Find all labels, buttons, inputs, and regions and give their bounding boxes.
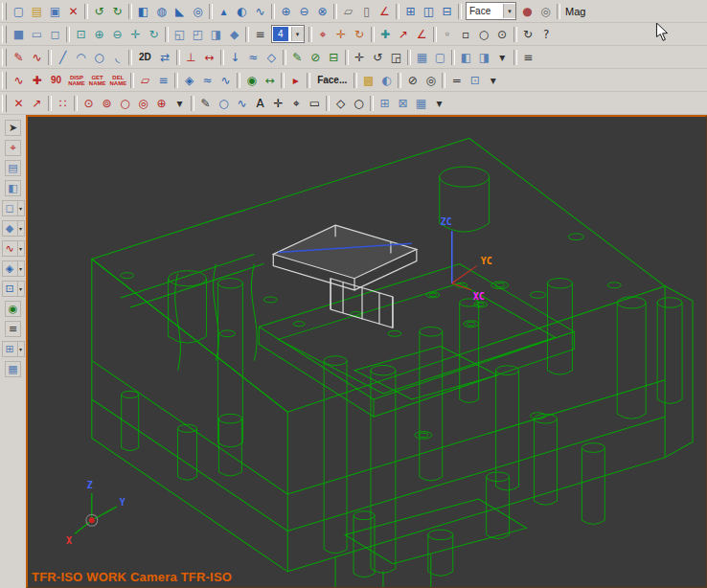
pencil-icon[interactable]: ✎ [196,94,215,112]
right-view-icon[interactable]: ◨ [207,25,225,43]
save-part-icon[interactable]: ▣ [46,2,64,20]
select-filter-icon[interactable]: ➤ [5,120,21,136]
face-filter-combo[interactable]: Face▾ [466,2,516,20]
circle-icon[interactable]: ○ [90,48,108,66]
toolbox-icon-arrow-icon[interactable]: ▾ [18,341,25,357]
polygon-tool-icon[interactable]: ◇ [331,94,350,112]
angle-90-button[interactable]: 90 [47,72,65,89]
surface-tools-icon[interactable]: ◈ [2,260,18,277]
dimension-icon[interactable]: ↔ [200,48,218,66]
ellipse-icon[interactable]: ○ [215,94,233,112]
move-object-icon[interactable]: ✛ [351,48,369,66]
target-point-icon[interactable]: ⌖ [287,94,306,112]
arc-icon[interactable]: ◠ [72,48,90,66]
info-window-icon[interactable]: ≡ [5,321,21,337]
circle-3pt-icon[interactable]: ○ [116,94,134,112]
fit-view-icon[interactable]: ⊡ [72,25,90,43]
wcs-rotate-icon[interactable]: ↻ [351,25,369,43]
through-curves-icon[interactable]: ≈ [198,71,217,89]
concentric-circle-icon[interactable]: ◎ [134,94,152,112]
toolbar-grip[interactable] [2,72,7,89]
wcs-triad[interactable]: ZC YC XC [441,216,492,302]
swept-surface-icon[interactable]: ∿ [217,71,235,89]
views-icon[interactable]: ◧ [5,180,21,196]
face-analysis-button[interactable]: Face... [313,72,351,89]
analysis-tools-icon[interactable]: ◉ [5,301,21,317]
offset-curve-icon[interactable]: ≈ [244,48,262,66]
snap-mid-icon[interactable]: ▫ [457,25,475,43]
revolve-icon[interactable]: ◐ [233,2,251,20]
constraints-icon[interactable]: ⊥ [182,48,200,66]
wireframe-view-icon[interactable]: ▭ [28,25,46,43]
rectangle-tool-icon[interactable]: ▭ [306,94,324,112]
project-curve-icon[interactable]: ↓ [226,48,244,66]
cavity-insert-wireframe[interactable] [273,225,417,328]
sketch-curve-icon[interactable]: ∿ [28,48,46,66]
sphere-feature-icon[interactable]: ◎ [189,2,207,20]
annotation-icon[interactable]: ≡ [154,71,172,89]
macro-icon[interactable]: ⊡ [466,71,484,89]
layer-settings-icon[interactable]: ≡ [251,25,269,43]
pattern-icon[interactable]: ▦ [412,94,430,112]
unite-icon[interactable]: ⊕ [277,2,295,20]
undo-icon[interactable]: ↺ [90,2,108,20]
section-view-icon[interactable]: ◨ [475,48,493,66]
trim-curve-icon[interactable]: ⊘ [307,48,325,66]
point-icon[interactable]: ✚ [28,71,46,89]
update-display-icon[interactable]: ↻ [519,25,537,43]
snap-intersection-icon[interactable]: ⊙ [493,25,512,43]
vector-constructor-icon[interactable]: ↗ [395,25,413,43]
more-tools-arrow-icon[interactable]: ▾ [484,71,502,89]
snap-point-icon[interactable]: ⌖ [5,140,21,156]
playback-icon[interactable]: ▸ [286,71,305,89]
datum-plane-icon[interactable]: ▱ [339,2,357,20]
hidden-edges-icon[interactable]: ◻ [46,25,64,43]
layer-visible-icon[interactable]: ▦ [413,48,431,66]
curve-tools-icon-arrow-icon[interactable]: ▾ [18,240,25,257]
circle-large-icon[interactable]: ○ [350,94,368,112]
measure-icon[interactable]: ↔ [261,71,279,89]
sphere-shaded-icon[interactable]: ● [518,2,536,20]
reattach-icon[interactable]: ⇄ [156,48,174,66]
plus-tool-icon[interactable]: ✛ [269,94,287,112]
rotate-view-icon[interactable]: ↻ [145,25,163,43]
new-part-icon[interactable]: ▢ [10,2,28,20]
extrude-icon[interactable]: ▴ [215,2,233,20]
more-draw-arrow-icon[interactable]: ▾ [430,94,448,112]
toolbox-icon[interactable]: ⊞ [2,341,18,357]
help-icon[interactable]: ? [537,25,556,43]
sketch-icon[interactable]: ✎ [10,48,28,66]
layers-icon[interactable]: ▤ [5,160,21,176]
object-color-icon[interactable]: ▩ [359,71,377,89]
toolbar-grip[interactable] [2,95,7,112]
edit-dimension-icon[interactable]: ▱ [136,71,154,89]
text-tool-icon[interactable]: A [251,94,269,112]
grid-icon[interactable]: ⊞ [376,94,394,112]
rotate-object-icon[interactable]: ↺ [369,48,387,66]
redo-icon[interactable]: ↻ [108,2,126,20]
del-name-button[interactable]: DEL NAME [107,71,128,89]
expression-icon[interactable]: = [447,71,466,89]
csys-constructor-icon[interactable]: ∠ [413,25,431,43]
wcs-origin-icon[interactable]: ✛ [332,25,351,43]
circle-plus-icon[interactable]: ⊕ [152,94,171,112]
named-views-icon[interactable]: ◧ [457,48,475,66]
datum-axis-icon[interactable]: ▯ [357,2,376,20]
point-set-icon[interactable]: ∷ [54,94,72,112]
get-name-button[interactable]: GET NAME [87,71,108,89]
orient-view-icon[interactable]: ◆ [2,220,18,237]
toolbar-grip[interactable] [2,3,7,20]
spline-icon[interactable]: ∿ [10,71,28,89]
toolbar-grip[interactable] [2,26,7,43]
snap-center-icon[interactable]: ○ [475,25,493,43]
viewport-canvas[interactable]: ZC YC XC Z Y X [28,117,706,587]
boolean-icon[interactable]: ⊟ [438,2,456,20]
delete-curve-icon[interactable]: ✕ [10,94,28,112]
circle-2pt-icon[interactable]: ⊚ [98,94,116,112]
fillet-icon[interactable]: ◟ [108,48,126,66]
render-style-icon[interactable]: ◻ [2,200,18,216]
cylinder-feature-icon[interactable]: ◍ [152,2,171,20]
snap-end-icon[interactable]: ◦ [439,25,457,43]
wcs-dynamics-icon[interactable]: ⌖ [314,25,332,43]
delete-icon[interactable]: ✕ [64,2,82,20]
